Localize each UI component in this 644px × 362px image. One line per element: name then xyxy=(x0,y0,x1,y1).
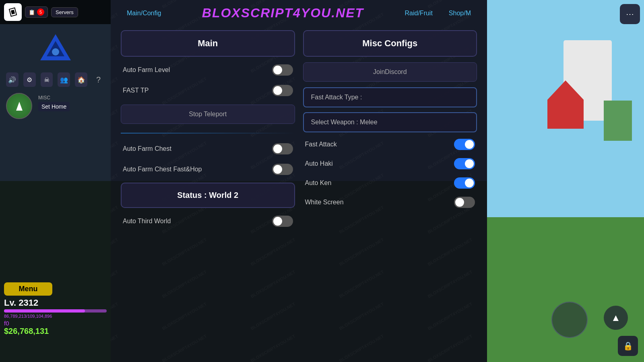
menu-button[interactable]: Menu xyxy=(4,282,52,296)
lock-icon: 🔒 xyxy=(623,341,633,351)
panel-content: Main Auto Farm Level FAST TP Stop Telepo… xyxy=(111,26,487,232)
home-icon[interactable]: 🏠 xyxy=(75,72,87,87)
toggle-knob xyxy=(273,66,282,74)
auto-third-world-label: Auto Third World xyxy=(123,218,171,225)
compass xyxy=(6,93,32,119)
level-display: Lv. 2312 xyxy=(4,298,107,308)
action-icons-row: 🔊 ⚙ ☠ 👥 🏠 ? xyxy=(0,68,111,91)
set-home-button[interactable]: Set Home xyxy=(38,102,70,111)
auto-farm-chest-fast-label: Auto Farm Chest Fast&Hop xyxy=(123,165,202,174)
users-icon[interactable]: 👥 xyxy=(58,72,70,87)
notification-count: 5 xyxy=(37,8,44,16)
settings-icon[interactable]: ⚙ xyxy=(23,72,36,87)
main-button[interactable]: Main xyxy=(121,30,295,57)
more-icon: ⋯ xyxy=(626,9,634,19)
toggle-knob xyxy=(273,217,282,226)
right-game-panel: ⋯ 🔒 ▲ xyxy=(487,0,644,362)
toggle-knob xyxy=(273,165,282,174)
panel-navigation: Main/Config BLOXSCRIPT4YOU.NET Raid/Frui… xyxy=(111,0,487,26)
skull-icon[interactable]: ☠ xyxy=(41,72,53,87)
xp-text: 86,789,213/109,104,896 xyxy=(4,314,107,319)
fast-tp-toggle[interactable] xyxy=(272,85,293,96)
tab-main-config[interactable]: Main/Config xyxy=(119,6,169,20)
player-info: Menu Lv. 2312 86,789,213/109,104,896 f0 … xyxy=(0,280,111,338)
auto-farm-chest-row: Auto Farm Chest xyxy=(121,142,295,156)
white-screen-row: White Screen xyxy=(303,195,477,210)
brand-title: BLOXSCRIPT4YOU.NET xyxy=(169,6,396,21)
auto-farm-chest-fast-toggle[interactable] xyxy=(272,164,293,175)
auto-farm-level-toggle[interactable] xyxy=(272,64,293,76)
auto-ken-label: Auto Ken xyxy=(305,179,332,187)
avatar-icon xyxy=(39,32,72,64)
auto-ken-row: Auto Ken xyxy=(303,176,477,190)
misc-configs-button[interactable]: Misc Configs xyxy=(303,30,477,57)
misc-label: MISC xyxy=(38,95,70,101)
avatar-area xyxy=(0,24,111,68)
notification-icon: 📋 xyxy=(29,9,35,15)
xp-bar-background xyxy=(4,309,107,313)
fast-attack-toggle[interactable] xyxy=(454,139,475,150)
script-panel: BLOXSCRIPT4YOU.NETBLOXSCRIPT4YOU.NETBLOX… xyxy=(111,0,487,362)
select-weapon-dropdown[interactable]: Select Weapon : Melee xyxy=(303,112,477,132)
roblox-logo[interactable] xyxy=(4,3,22,21)
auto-haki-toggle[interactable] xyxy=(454,158,475,169)
gold-display: f0 xyxy=(4,320,107,327)
volume-icon[interactable]: 🔊 xyxy=(6,72,19,87)
fast-attack-type-dropdown[interactable]: Fast Attack Type : xyxy=(303,87,477,107)
auto-farm-chest-label: Auto Farm Chest xyxy=(123,145,171,152)
status-button[interactable]: Status : World 2 xyxy=(121,183,295,208)
fast-tp-label: FAST TP xyxy=(123,87,149,94)
avatar-circle xyxy=(52,48,59,56)
xp-bar-fill xyxy=(4,309,85,313)
fast-attack-row: Fast Attack xyxy=(303,137,477,152)
brand-text: BLOXSCRIPT4YOU.NET xyxy=(202,6,364,20)
jump-button[interactable]: ▲ xyxy=(604,306,628,330)
toggle-knob xyxy=(465,159,474,168)
toggle-knob xyxy=(465,179,474,187)
toggle-knob xyxy=(273,86,282,95)
white-screen-toggle[interactable] xyxy=(454,197,475,208)
right-column: Misc Configs JoinDiscord Fast Attack Typ… xyxy=(303,30,477,228)
stop-teleport-button[interactable]: Stop Teleport xyxy=(121,105,295,124)
tab-raid-fruit[interactable]: Raid/Fruit xyxy=(397,6,441,20)
compass-area: MISC Set Home xyxy=(0,91,111,121)
left-column: Main Auto Farm Level FAST TP Stop Telepo… xyxy=(121,30,295,228)
xp-max: 109,104,896 xyxy=(27,314,52,319)
toggle-knob xyxy=(455,198,464,207)
beli-display: $26,768,131 xyxy=(4,327,107,336)
auto-haki-label: Auto Haki xyxy=(305,160,333,167)
compass-arrow xyxy=(16,102,23,111)
toggle-knob xyxy=(465,140,474,149)
fast-attack-label: Fast Attack xyxy=(305,141,337,148)
auto-haki-row: Auto Haki xyxy=(303,156,477,171)
left-game-panel: 📋 5 Servers 🔊 ⚙ ☠ 👥 🏠 ? MISC Set Home Me… xyxy=(0,0,111,362)
fast-tp-row: FAST TP xyxy=(121,83,295,98)
roblox-topbar: 📋 5 Servers xyxy=(0,0,111,24)
xp-current: 86,789,213 xyxy=(4,314,26,319)
building-green xyxy=(604,101,632,141)
arrow-up-icon: ▲ xyxy=(611,312,621,323)
auto-third-world-row: Auto Third World xyxy=(121,214,295,228)
lock-button[interactable]: 🔒 xyxy=(618,336,638,356)
servers-button[interactable]: Servers xyxy=(51,7,78,17)
auto-farm-chest-fast-row: Auto Farm Chest Fast&Hop xyxy=(121,162,295,177)
divider-line xyxy=(121,133,295,134)
auto-third-world-toggle[interactable] xyxy=(272,216,293,227)
auto-farm-chest-toggle[interactable] xyxy=(272,143,293,154)
auto-ken-toggle[interactable] xyxy=(454,177,475,189)
auto-farm-level-label: Auto Farm Level xyxy=(123,66,170,74)
more-options-button[interactable]: ⋯ xyxy=(620,4,640,24)
white-screen-label: White Screen xyxy=(305,199,344,206)
question-icon[interactable]: ? xyxy=(92,72,105,87)
join-discord-button[interactable]: JoinDiscord xyxy=(303,62,477,82)
joystick[interactable] xyxy=(551,302,588,338)
auto-farm-level-row: Auto Farm Level xyxy=(121,63,295,77)
toggle-knob xyxy=(273,144,282,153)
notification-badge[interactable]: 📋 5 xyxy=(25,6,48,18)
tab-shop[interactable]: Shop/M xyxy=(441,6,479,20)
